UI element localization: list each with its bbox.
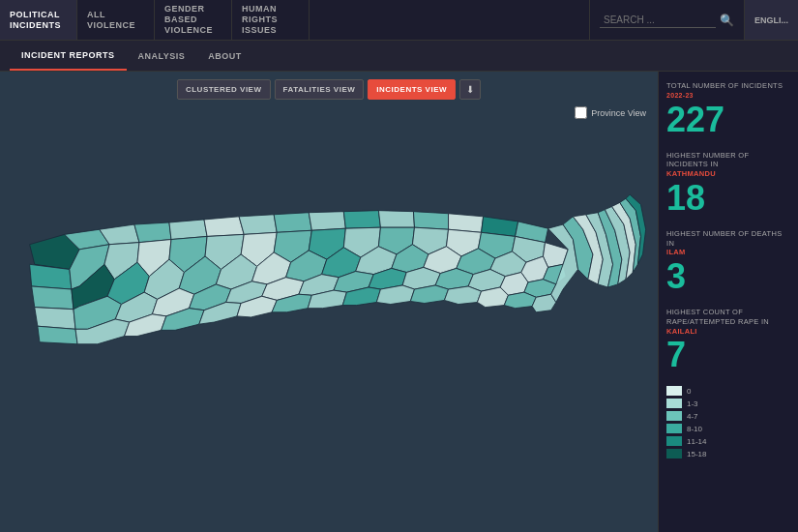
svg-marker-9 [378,211,414,228]
legend-color-0 [666,386,682,396]
legend-label-0: 0 [687,387,691,396]
province-view-label[interactable]: Province View [591,108,646,118]
legend-label-4: 11-14 [687,437,706,446]
highest-incidents-place: KATHMANDU [666,169,716,178]
download-button[interactable]: ⬇ [459,79,481,100]
legend-item-5: 15-18 [666,449,790,458]
search-icon[interactable]: 🔍 [720,14,734,27]
legend-label-2: 4-7 [687,412,698,421]
svg-marker-72 [444,286,481,305]
legend-color-1 [666,399,682,408]
svg-marker-2 [134,222,171,243]
legend-label-3: 8-10 [687,425,702,433]
search-area: 🔍 [589,0,744,40]
highest-rape-block: HIGHEST COUNT OF RAPE/ATTEMPTED RAPE IN … [666,308,790,372]
clustered-view-button[interactable]: CLUSTERED VIEW [177,79,271,100]
province-view-control: Province View [575,106,646,119]
svg-marker-7 [309,212,345,231]
highest-incidents-label: HIGHEST NUMBER OF INCIDENTS IN KATHMANDU [666,151,790,179]
sidebar: TOTAL NUMBER OF INCIDENTS 2022-23 227 HI… [658,72,798,532]
highest-deaths-label: HIGHEST NUMBER OF DEATHS IN ILAM [666,229,790,257]
highest-rape-number: 7 [666,338,790,372]
highest-deaths-place: ILAM [666,248,686,256]
province-view-checkbox[interactable] [575,106,587,119]
svg-marker-10 [413,212,448,230]
highest-deaths-block: HIGHEST NUMBER OF DEATHS IN ILAM 3 [666,229,790,294]
language-button[interactable]: ENGLI... [744,0,798,40]
legend-label-1: 1-3 [687,399,698,408]
nav-human-rights[interactable]: HUMAN RIGHTS ISSUES [232,0,310,40]
svg-marker-30 [32,286,74,310]
svg-marker-3 [169,220,207,240]
view-controls: CLUSTERED VIEW FATALITIES VIEW INCIDENTS… [177,79,481,100]
total-incidents-label: TOTAL NUMBER OF INCIDENTS 2022-23 [666,81,790,101]
main-content: CLUSTERED VIEW FATALITIES VIEW INCIDENTS… [0,72,798,532]
nav-gender-violence[interactable]: GENDER BASED VIOLENCE [155,0,232,40]
top-navigation: POLITICAL INCIDENTS ALL VIOLENCE GENDER … [0,0,798,41]
svg-marker-46 [35,308,75,330]
highest-rape-place: KAILALI [666,327,697,336]
legend-color-2 [666,411,682,421]
svg-marker-6 [274,213,311,233]
svg-marker-4 [204,217,244,237]
nav-about[interactable]: ABOUT [196,41,253,71]
fatalities-view-button[interactable]: FATALITIES VIEW [275,79,365,100]
map-legend: 0 1-3 4-7 8-10 11-14 15-18 [666,386,790,458]
legend-color-4 [666,436,682,446]
legend-item-0: 0 [666,386,790,396]
nav-political[interactable]: POLITICAL INCIDENTS [0,0,77,40]
highest-deaths-number: 3 [666,259,790,294]
legend-color-5 [666,449,682,458]
svg-marker-5 [239,215,277,235]
legend-item-4: 11-14 [666,436,790,446]
map-area: CLUSTERED VIEW FATALITIES VIEW INCIDENTS… [0,72,658,532]
nav-all-violence[interactable]: ALL VIOLENCE [77,0,155,40]
highest-incidents-number: 18 [666,181,790,216]
highest-rape-label: HIGHEST COUNT OF RAPE/ATTEMPTED RAPE IN … [666,308,790,336]
svg-marker-61 [38,326,77,344]
incidents-view-button[interactable]: INCIDENTS VIEW [368,79,456,100]
total-incidents-number: 227 [666,103,790,137]
legend-label-5: 15-18 [687,450,706,458]
year-range: 2022-23 [666,92,694,99]
nav-analysis[interactable]: ANALYSIS [127,41,197,71]
highest-incidents-block: HIGHEST NUMBER OF INCIDENTS IN KATHMANDU… [666,151,790,216]
legend-item-2: 4-7 [666,411,790,421]
legend-item-1: 1-3 [666,399,790,408]
legend-color-3 [666,424,682,433]
total-incidents-block: TOTAL NUMBER OF INCIDENTS 2022-23 227 [666,81,790,137]
svg-marker-8 [343,211,380,229]
nav-incident-reports[interactable]: INCIDENT REPORTS [10,41,127,71]
nepal-map-svg [10,125,658,504]
legend-item-3: 8-10 [666,424,790,433]
second-navigation: INCIDENT REPORTS ANALYSIS ABOUT [0,41,798,72]
search-input[interactable] [600,13,716,28]
